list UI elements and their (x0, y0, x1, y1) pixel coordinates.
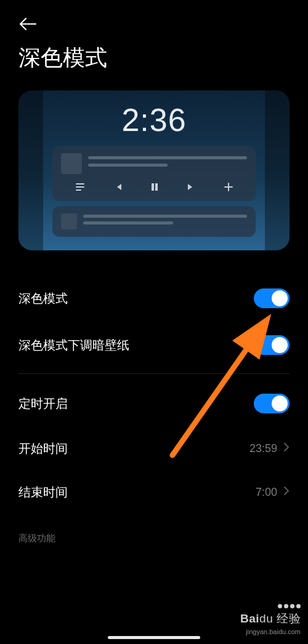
dark-mode-row[interactable]: 深色模式 (18, 275, 290, 322)
notification-icon-placeholder (61, 213, 77, 229)
schedule-toggle[interactable] (254, 394, 290, 413)
svg-rect-0 (152, 183, 154, 191)
svg-rect-1 (155, 183, 158, 191)
dim-wallpaper-toggle[interactable] (254, 335, 290, 355)
watermark-url: jingyan.baidu.com (240, 628, 301, 635)
preview-media-card (52, 146, 256, 201)
next-track-icon (187, 183, 195, 194)
pause-icon (151, 183, 158, 194)
playlist-icon (75, 183, 85, 194)
chevron-right-icon (283, 442, 290, 455)
dark-mode-preview: 2:36 (18, 90, 290, 250)
previous-track-icon (114, 183, 123, 194)
chevron-right-icon (283, 486, 290, 499)
watermark-brand: Baidu 经验 (240, 611, 301, 627)
watermark: Baidu 经验 jingyan.baidu.com (240, 600, 301, 635)
dark-mode-toggle[interactable] (254, 288, 290, 308)
preview-clock: 2:36 (18, 90, 290, 138)
start-time-row[interactable]: 开始时间 23:59 (18, 427, 290, 471)
preview-notification-card (52, 206, 256, 237)
row-label: 深色模式 (18, 290, 68, 307)
advanced-section-header: 高级功能 (0, 514, 308, 551)
row-label: 开始时间 (18, 440, 68, 457)
end-time-row[interactable]: 结束时间 7:00 (18, 471, 290, 514)
back-button[interactable] (18, 17, 37, 33)
dim-wallpaper-row[interactable]: 深色模式下调暗壁纸 (18, 322, 290, 374)
arrow-left-icon (18, 17, 37, 31)
album-art-placeholder (61, 153, 82, 174)
schedule-row[interactable]: 定时开启 (18, 380, 290, 427)
end-time-value: 7:00 (256, 486, 277, 499)
paw-icon (278, 604, 301, 608)
row-label: 结束时间 (18, 484, 68, 501)
row-label: 定时开启 (18, 396, 68, 412)
plus-icon (224, 183, 233, 194)
row-label: 深色模式下调暗壁纸 (18, 337, 129, 354)
home-indicator[interactable] (108, 636, 200, 639)
page-title: 深色模式 (0, 38, 308, 90)
start-time-value: 23:59 (249, 442, 277, 455)
